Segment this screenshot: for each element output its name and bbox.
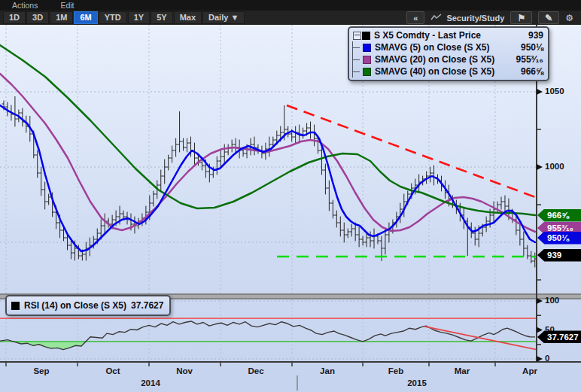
menu-bar: Actions Edit — [0, 0, 581, 11]
timeframe-button-1d[interactable]: 1D — [3, 11, 26, 24]
timeframe-group: 1D3D1M6MYTD1Y5YMax — [3, 11, 202, 24]
study-line-icon — [430, 14, 443, 23]
month-label: Jan — [320, 366, 335, 375]
rsi-value-text: 37.7627 — [131, 300, 163, 311]
flag-icon: ⚑ — [517, 14, 525, 23]
sma5-line — [0, 105, 535, 251]
legend-swatch — [362, 32, 370, 40]
legend-value: 950⅛ — [510, 42, 543, 53]
timeframe-button-5y[interactable]: 5Y — [151, 11, 172, 24]
annotate-button[interactable]: ✎ — [538, 11, 559, 24]
legend-value: 939 — [510, 30, 543, 41]
month-label: Oct — [105, 366, 120, 375]
legend-tree-connector — [352, 32, 362, 40]
legend-collapse-icon[interactable] — [353, 32, 361, 40]
timeframe-button-max[interactable]: Max — [174, 11, 202, 24]
legend-label: SMAVG (20) on Close (S X5) — [375, 54, 510, 65]
pencil-icon: ✎ — [545, 14, 552, 23]
price-bars — [2, 96, 537, 267]
sma20-line — [0, 74, 535, 232]
rsi-tick-label: 100 — [545, 296, 559, 305]
security-study-label: Security/Study — [446, 14, 504, 23]
legend-tree-connector — [352, 53, 363, 65]
gear-icon[interactable]: ⚙ — [565, 14, 573, 23]
price-tick-label: 1050 — [545, 87, 564, 96]
security-study-button[interactable]: Security/Study — [430, 14, 504, 23]
interval-dropdown[interactable]: Daily ▼ — [202, 11, 245, 24]
timeframe-button-1m[interactable]: 1M — [50, 11, 73, 24]
legend-entry[interactable]: SMAVG (40) on Close (S X5)966⅝ — [352, 65, 543, 77]
timeframe-button-6m[interactable]: 6M — [74, 11, 97, 24]
timeframe-button-3d[interactable]: 3D — [26, 11, 49, 24]
collapse-button[interactable]: « — [406, 11, 424, 24]
year-label: 2014 — [141, 378, 160, 387]
legend-swatch — [363, 68, 371, 76]
legend-entry[interactable]: SMAVG (5) on Close (S X5)950⅛ — [352, 41, 543, 53]
month-label: Sep — [33, 366, 49, 375]
legend-swatch — [363, 56, 371, 64]
month-label: Dec — [248, 366, 263, 375]
legend-swatch — [363, 44, 371, 52]
rsi-label-text: RSI (14) on Close (S X5) — [24, 300, 126, 311]
legend-entry[interactable]: SMAVG (20) on Close (S X5)955³⁄₁₆ — [352, 53, 543, 65]
legend-label: SMAVG (5) on Close (S X5) — [375, 42, 510, 53]
menu-edit[interactable]: Edit — [60, 1, 74, 10]
toolbar-right-group: « Security/Study ⚑ ✎ ⚙ — [406, 11, 578, 24]
rsi-tick-label: 0 — [545, 354, 549, 363]
legend-value: 966⅝ — [510, 66, 543, 77]
legend-value: 955³⁄₁₆ — [510, 54, 543, 65]
legend-tree-connector — [352, 41, 363, 53]
rsi-value-badge: 37.7627 — [537, 330, 581, 343]
legend-entry[interactable]: S X5 Comdty - Last Price939 — [352, 29, 543, 41]
year-label: 2015 — [407, 378, 427, 387]
month-label: Feb — [388, 366, 403, 375]
rsi-swatch — [11, 302, 20, 310]
month-label: Mar — [455, 366, 470, 375]
terminal-chart-window: Actions Edit 1D3D1M6MYTD1Y5YMax Daily ▼ … — [0, 0, 581, 392]
legend-label: S X5 Comdty - Last Price — [374, 30, 510, 41]
month-label: Apr — [522, 366, 537, 375]
menu-actions[interactable]: Actions — [12, 1, 38, 10]
legend-tree-connector — [352, 65, 363, 77]
legend-label: SMAVG (40) on Close (S X5) — [375, 66, 510, 77]
price-tick-label: 1000 — [545, 162, 564, 171]
chart-toolbar: 1D3D1M6MYTD1Y5YMax Daily ▼ « Security/St… — [0, 11, 581, 25]
month-label: Nov — [176, 366, 193, 375]
timeframe-button-1y[interactable]: 1Y — [128, 11, 150, 24]
price-badge: 950⅛ — [537, 232, 581, 245]
rsi-trendline — [424, 327, 537, 350]
timeframe-button-ytd[interactable]: YTD — [99, 11, 127, 24]
legend-box: S X5 Comdty - Last Price939SMAVG (5) on … — [348, 26, 549, 81]
price-badge: 966⅝ — [537, 209, 581, 222]
rsi-study-label[interactable]: RSI (14) on Close (S X5) 37.7627 — [5, 295, 171, 316]
price-badge: 939 — [537, 249, 581, 262]
flag-button[interactable]: ⚑ — [510, 11, 532, 24]
